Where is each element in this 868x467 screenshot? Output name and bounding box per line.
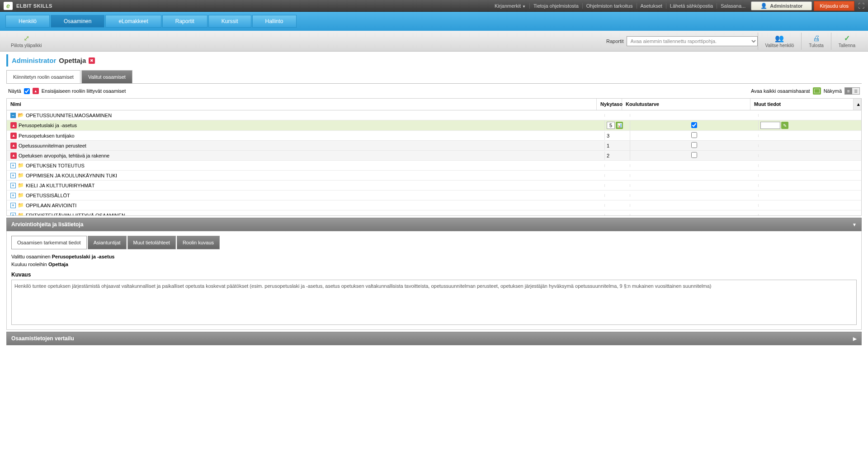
need-checkbox[interactable] bbox=[691, 152, 697, 158]
expand-icon[interactable]: + bbox=[10, 173, 16, 178]
view-list-icon[interactable]: ≡ bbox=[845, 88, 852, 94]
tallenna-label: Tallenna bbox=[839, 43, 855, 48]
valitse-henkilo-label: Valitse henkilö bbox=[765, 43, 794, 48]
tulosta-button[interactable]: 🖨 Tulosta bbox=[801, 33, 830, 50]
role-badge-icon[interactable]: ✖ bbox=[89, 57, 95, 64]
expand-icon[interactable]: + bbox=[10, 203, 16, 208]
link-bookmarks[interactable]: Kirjanmerkit▼ bbox=[491, 3, 530, 9]
other-input[interactable] bbox=[760, 122, 780, 129]
belongs-value: Opettaja bbox=[48, 262, 68, 267]
admin-badge[interactable]: 👤 Administrator bbox=[751, 1, 812, 10]
tab-raportit[interactable]: Raportit bbox=[162, 15, 208, 28]
tab-selected-competencies[interactable]: Valitut osaamiset bbox=[81, 70, 132, 83]
tree-group-row[interactable]: +📁OPPILAAN ARVIOINTI bbox=[7, 200, 861, 210]
link-email[interactable]: Lähetä sähköpostia bbox=[666, 3, 717, 9]
collapse-icon: ⤢ bbox=[24, 34, 29, 43]
tab-detail[interactable]: Osaamisen tarkemmat tiedot bbox=[11, 236, 87, 249]
detail-text: Valittu osaaminen Perusopetuslaki ja -as… bbox=[11, 253, 857, 268]
tree-header: Nimi Nykytaso Koulutustarve Muut tiedot … bbox=[7, 99, 861, 110]
expand-icon[interactable]: + bbox=[10, 193, 16, 198]
tab-hallinto[interactable]: Hallinto bbox=[252, 15, 297, 28]
view-grid-icon[interactable]: ≣ bbox=[852, 88, 859, 94]
open-all-button[interactable] bbox=[813, 87, 821, 95]
need-checkbox[interactable] bbox=[691, 142, 697, 148]
svg-rect-0 bbox=[814, 89, 820, 93]
tree-group-row[interactable]: − 📂 OPETUSSUUNNITELMAOSAAMINEN bbox=[7, 110, 861, 120]
folder-icon: 📁 bbox=[18, 212, 24, 215]
tree-group-row[interactable]: +📁OPETUKSEN TOTEUTUS bbox=[7, 161, 861, 171]
tree-item-row[interactable]: ▲ Perusopetuksen tuntijako 3 bbox=[7, 131, 861, 141]
expand-icon[interactable]: + bbox=[10, 183, 16, 188]
top-bar: e ELBIT SKILLS Kirjanmerkit▼ Tietoja ohj… bbox=[0, 0, 868, 12]
item-badge-icon: ▲ bbox=[10, 122, 17, 129]
belongs-label: Kuuluu rooleihin bbox=[11, 262, 47, 267]
tab-henkilo[interactable]: Henkilö bbox=[5, 15, 50, 28]
raportit-select[interactable]: Avaa aiemmin tallennettu raporttipohja. bbox=[627, 36, 758, 46]
item-label: Perusopetuslaki ja -asetus bbox=[19, 123, 77, 128]
tab-kurssit[interactable]: Kurssit bbox=[208, 15, 251, 28]
fullscreen-icon[interactable]: ⛶ bbox=[858, 2, 864, 10]
panel-arviointi-header[interactable]: Arviointiohjeita ja lisätietoja ▼ bbox=[6, 218, 862, 231]
group-label: OPPILAAN ARVIOINTI bbox=[26, 203, 76, 208]
selected-value: Perusopetuslaki ja -asetus bbox=[52, 254, 115, 259]
raportit-label: Raportit bbox=[606, 38, 624, 44]
tree-group-row[interactable]: +📁KIELI JA KULTTUURIRYHMÄT bbox=[7, 181, 861, 191]
folder-icon: 📁 bbox=[18, 192, 24, 198]
chevron-right-icon: ▶ bbox=[853, 336, 857, 341]
folder-icon: 📁 bbox=[18, 172, 24, 178]
panel-arviointi-body: Osaamisen tarkemmat tiedot Asiantuntijat… bbox=[6, 231, 862, 330]
panel-vertailu-header[interactable]: Osaamistietojen vertailu ▶ bbox=[6, 332, 862, 345]
panel-title: Osaamistietojen vertailu bbox=[11, 335, 74, 342]
page-admin-name[interactable]: Administrator bbox=[12, 57, 56, 64]
view-toggle[interactable]: ≡ ≣ bbox=[844, 87, 860, 95]
group-label: KIELI JA KULTTUURIRYHMÄT bbox=[26, 183, 94, 188]
nakyma-label: Näkymä bbox=[824, 88, 842, 94]
tree-item-row[interactable]: ▲ Opetussuunnitelman perusteet 1 bbox=[7, 141, 861, 151]
tree-item-row[interactable]: ▲ Opetuksen arvopohja, tehtävä ja rakenn… bbox=[7, 151, 861, 161]
group-label: OPETUKSEN TOTEUTUS bbox=[26, 163, 85, 168]
tree-item-row[interactable]: ▲ Perusopetuslaki ja -asetus 📊 ✎ bbox=[7, 120, 861, 131]
expand-icon[interactable]: + bbox=[10, 163, 16, 168]
level-value: 3 bbox=[607, 133, 609, 138]
valitse-henkilo-button[interactable]: 👥 Valitse henkilö bbox=[758, 33, 802, 50]
filter-badge-icon: ▲ bbox=[33, 88, 39, 94]
link-about[interactable]: Tietoja ohjelmistosta bbox=[530, 3, 583, 9]
item-badge-icon: ▲ bbox=[10, 152, 17, 159]
level-input[interactable] bbox=[607, 122, 615, 129]
tree-group-row[interactable]: +📁ERITYISTEHTÄVIIN LIITTYVÄ OSAAMINEN bbox=[7, 210, 861, 215]
tab-pinned-competencies[interactable]: Kiinnitetyn roolin osaamiset bbox=[6, 70, 80, 83]
scroll-up-icon[interactable]: ▴ bbox=[854, 99, 861, 110]
nayta-label: Näytä bbox=[8, 88, 21, 94]
col-koulutustarve: Koulutustarve bbox=[622, 99, 750, 110]
chart-icon[interactable]: 📊 bbox=[616, 122, 623, 129]
link-purpose[interactable]: Ohjelmiston tarkoitus bbox=[583, 3, 637, 9]
collapse-icon[interactable]: − bbox=[10, 113, 16, 118]
link-password[interactable]: Salasana... bbox=[717, 3, 749, 9]
expand-icon[interactable]: + bbox=[10, 213, 16, 216]
tree-body[interactable]: − 📂 OPETUSSUUNNITELMAOSAAMINEN ▲ Perusop… bbox=[7, 110, 861, 215]
logout-button[interactable]: Kirjaudu ulos bbox=[814, 1, 854, 11]
tallenna-button[interactable]: ✓ Tallenna bbox=[831, 33, 863, 50]
tree-group-row[interactable]: +📁OPPIMISEN JA KOULUNKÄYNNIN TUKI bbox=[7, 171, 861, 181]
save-icon: ✓ bbox=[844, 34, 850, 43]
panel-arviointi: Arviointiohjeita ja lisätietoja ▼ Osaami… bbox=[6, 218, 862, 330]
page-body: Administrator Opettaja ✖ Kiinnitetyn roo… bbox=[0, 52, 868, 348]
competency-tree: Nimi Nykytaso Koulutustarve Muut tiedot … bbox=[6, 98, 862, 216]
hide-topbar-button[interactable]: ⤢ Piilota yläpalkki bbox=[5, 34, 47, 48]
group-label: OPPIMISEN JA KOULUNKÄYNNIN TUKI bbox=[26, 173, 117, 178]
tab-sources[interactable]: Muut tietolähteet bbox=[127, 236, 176, 249]
edit-icon[interactable]: ✎ bbox=[781, 122, 788, 129]
tab-osaaminen[interactable]: Osaaminen bbox=[51, 15, 104, 28]
persons-icon: 👥 bbox=[775, 34, 784, 43]
tree-group-row[interactable]: +📁OPETUSSISÄLLÖT bbox=[7, 191, 861, 200]
col-nykytaso: Nykytaso bbox=[597, 99, 622, 110]
need-checkbox[interactable] bbox=[691, 122, 697, 128]
action-bar: ⤢ Piilota yläpalkki Raportit Avaa aiemmi… bbox=[0, 31, 868, 52]
nayta-checkbox[interactable] bbox=[24, 88, 30, 94]
tab-elomakkeet[interactable]: eLomakkeet bbox=[105, 15, 161, 28]
link-settings[interactable]: Asetukset bbox=[637, 3, 666, 9]
tab-roledesc[interactable]: Roolin kuvaus bbox=[177, 236, 220, 249]
folder-icon: 📁 bbox=[18, 162, 24, 168]
need-checkbox[interactable] bbox=[691, 132, 697, 138]
tab-experts[interactable]: Asiantuntijat bbox=[88, 236, 127, 249]
